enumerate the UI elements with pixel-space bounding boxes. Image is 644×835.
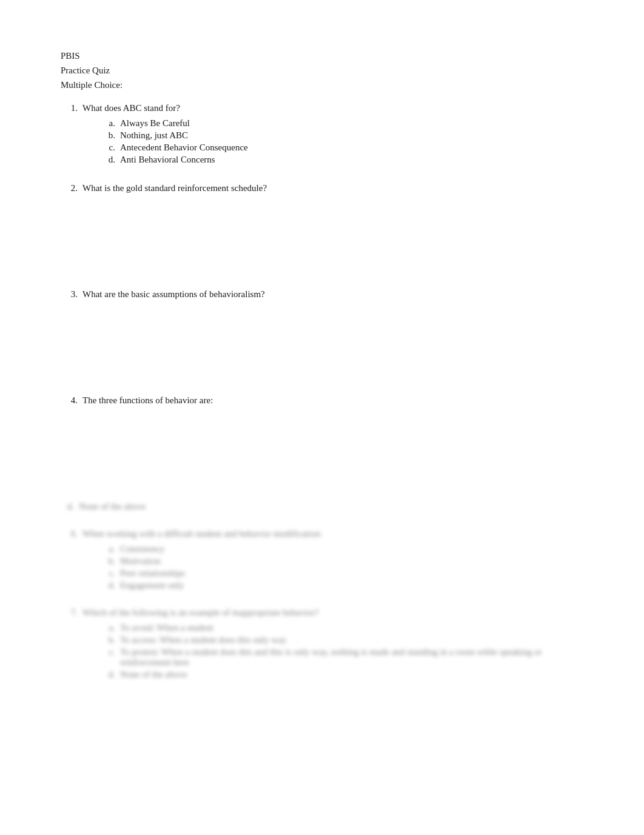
choice-1b-letter: b. [102, 130, 115, 141]
blurred-q7-b-letter: b. [102, 635, 115, 645]
blurred-q5-letter: d. [61, 501, 74, 512]
blurred-q6-c-text: Peer relationships [120, 568, 589, 578]
blurred-q7-text: Which of the following is an example of … [82, 608, 589, 618]
choice-1c-letter: c. [102, 143, 115, 153]
blurred-q5-text: None of the above [79, 501, 146, 512]
blurred-q6: 6. When working with a difficult student… [61, 529, 589, 591]
question-3-text: What are the basic assumptions of behavi… [82, 289, 589, 300]
blurred-q6-text: When working with a difficult student an… [82, 529, 589, 539]
blurred-q7-choices: a. To avoid: When a student b. To access… [102, 623, 589, 680]
question-2: 2. What is the gold standard reinforceme… [61, 183, 589, 271]
blurred-q7-d: d. None of the above [102, 669, 589, 680]
blurred-q6-choices: a. Consistency b. Motivation c. Peer rel… [102, 544, 589, 591]
blurred-q7: 7. Which of the following is an example … [61, 608, 589, 680]
blurred-q7-c-letter: c. [102, 647, 115, 668]
choice-1a-text: Always Be Careful [120, 118, 589, 129]
choice-1b: b. Nothing, just ABC [102, 130, 589, 141]
question-2-number: 2. [61, 183, 78, 193]
document-header: PBIS Practice Quiz Multiple Choice: [61, 49, 589, 92]
header-line3: Multiple Choice: [61, 78, 589, 92]
blurred-q6-d-letter: d. [102, 580, 115, 591]
question-3-number: 3. [61, 289, 78, 300]
question-1-choices: a. Always Be Careful b. Nothing, just AB… [102, 118, 589, 165]
blurred-q6-a-text: Consistency [120, 544, 589, 554]
blurred-q7-c: c. To protest: When a student does this … [102, 647, 589, 668]
question-2-space [61, 198, 589, 271]
blurred-q6-b-letter: b. [102, 556, 115, 566]
questions-section: 1. What does ABC stand for? a. Always Be… [61, 103, 589, 483]
choice-1a-letter: a. [102, 118, 115, 129]
question-4-space [61, 411, 589, 483]
choice-1d: d. Anti Behavioral Concerns [102, 155, 589, 165]
question-3: 3. What are the basic assumptions of beh… [61, 289, 589, 377]
question-1: 1. What does ABC stand for? a. Always Be… [61, 103, 589, 165]
blurred-q6-a: a. Consistency [102, 544, 589, 554]
question-1-text: What does ABC stand for? [82, 103, 589, 113]
header-line2: Practice Quiz [61, 63, 589, 78]
blurred-q7-a-letter: a. [102, 623, 115, 633]
choice-1d-text: Anti Behavioral Concerns [120, 155, 589, 165]
question-4-number: 4. [61, 395, 78, 406]
question-3-space [61, 304, 589, 377]
blurred-q7-number: 7. [61, 608, 78, 618]
header-line1: PBIS [61, 49, 589, 63]
blurred-q6-a-letter: a. [102, 544, 115, 554]
blurred-q6-d-text: Engagement only [120, 580, 589, 591]
question-4: 4. The three functions of behavior are: [61, 395, 589, 483]
blurred-q7-d-text: None of the above [120, 669, 589, 680]
choice-1d-letter: d. [102, 155, 115, 165]
blurred-q6-d: d. Engagement only [102, 580, 589, 591]
blurred-q7-c-text: To protest: When a student does this and… [120, 647, 589, 668]
blurred-q6-number: 6. [61, 529, 78, 539]
blurred-q6-c-letter: c. [102, 568, 115, 578]
question-1-number: 1. [61, 103, 78, 113]
question-2-text: What is the gold standard reinforcement … [82, 183, 589, 193]
question-4-text: The three functions of behavior are: [82, 395, 589, 406]
blurred-q6-b: b. Motivation [102, 556, 589, 566]
blurred-q7-b: b. To access: When a student does this o… [102, 635, 589, 645]
blurred-q7-b-text: To access: When a student does this only… [120, 635, 589, 645]
blurred-section: d. None of the above 6. When working wit… [61, 501, 589, 680]
choice-1b-text: Nothing, just ABC [120, 130, 589, 141]
choice-1a: a. Always Be Careful [102, 118, 589, 129]
blurred-q7-d-letter: d. [102, 669, 115, 680]
choice-1c: c. Antecedent Behavior Consequence [102, 143, 589, 153]
blurred-q6-b-text: Motivation [120, 556, 589, 566]
choice-1c-text: Antecedent Behavior Consequence [120, 143, 589, 153]
blurred-q7-a-text: To avoid: When a student [120, 623, 589, 633]
blurred-q7-a: a. To avoid: When a student [102, 623, 589, 633]
blurred-q5: d. None of the above [61, 501, 589, 512]
blurred-q6-c: c. Peer relationships [102, 568, 589, 578]
